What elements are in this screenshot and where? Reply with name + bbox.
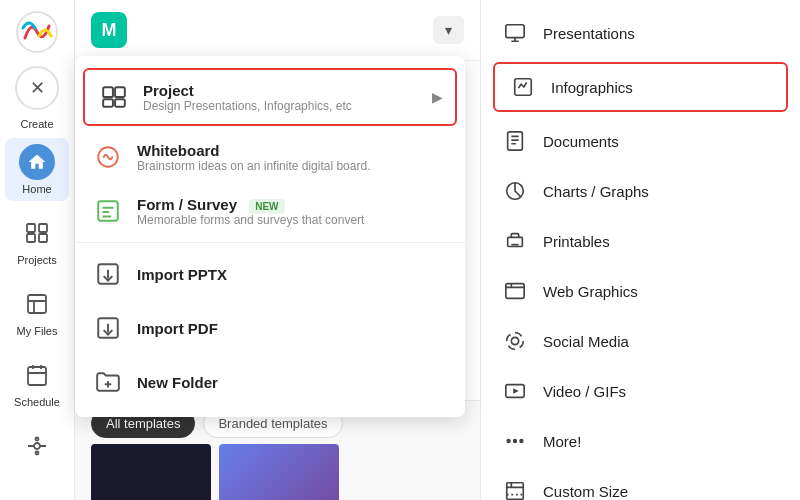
extra-icon (19, 428, 55, 464)
form-survey-icon (91, 194, 125, 228)
svg-rect-18 (506, 25, 524, 38)
svg-point-26 (507, 440, 510, 443)
template-previews (75, 438, 480, 500)
my-files-label: My Files (17, 325, 58, 337)
create-label: Create (20, 118, 53, 130)
svg-point-9 (36, 452, 39, 455)
svg-rect-29 (507, 483, 524, 500)
form-survey-title: Form / Survey NEW (137, 196, 364, 213)
sidebar-item-my-files[interactable]: My Files (5, 280, 69, 343)
whiteboard-subtitle: Brainstorm ideas on an infinite digital … (137, 159, 370, 173)
web-graphics-icon (501, 277, 529, 305)
svg-point-27 (514, 440, 517, 443)
svg-rect-11 (115, 87, 125, 97)
import-pdf-title: Import PDF (137, 320, 218, 337)
menu-item-form-survey[interactable]: Form / Survey NEW Memorable forms and su… (75, 184, 465, 238)
svg-rect-13 (115, 99, 125, 107)
sidebar-item-schedule[interactable]: Schedule (5, 351, 69, 414)
custom-size-icon (501, 477, 529, 500)
whiteboard-text: Whiteboard Brainstorm ideas on an infini… (137, 142, 370, 173)
import-pptx-icon (91, 257, 125, 291)
import-pdf-icon (91, 311, 125, 345)
documents-icon (501, 127, 529, 155)
svg-rect-20 (508, 132, 523, 150)
video-gifs-label: Video / GIFs (543, 383, 626, 400)
new-folder-text: New Folder (137, 374, 218, 391)
right-item-video-gifs[interactable]: Video / GIFs (481, 366, 800, 416)
svg-point-8 (36, 438, 39, 441)
right-panel: Presentations Infographics Documents (480, 0, 800, 500)
template-thumb-2[interactable] (219, 444, 339, 500)
printables-icon (501, 227, 529, 255)
form-survey-text: Form / Survey NEW Memorable forms and su… (137, 196, 364, 227)
infographics-label: Infographics (551, 79, 633, 96)
right-item-infographics[interactable]: Infographics (493, 62, 788, 112)
import-pptx-text: Import PPTX (137, 266, 227, 283)
schedule-label: Schedule (14, 396, 60, 408)
new-badge: NEW (249, 199, 284, 214)
import-pdf-text: Import PDF (137, 320, 218, 337)
projects-label: Projects (17, 254, 57, 266)
svg-rect-2 (39, 224, 47, 232)
right-item-more[interactable]: More! (481, 416, 800, 466)
more-label: More! (543, 433, 581, 450)
more-icon (501, 427, 529, 455)
svg-rect-12 (103, 99, 113, 107)
whiteboard-title: Whiteboard (137, 142, 370, 159)
right-item-web-graphics[interactable]: Web Graphics (481, 266, 800, 316)
sidebar-item-projects[interactable]: Projects (5, 209, 69, 272)
presentations-label: Presentations (543, 25, 635, 42)
sidebar-item-home[interactable]: Home (5, 138, 69, 201)
right-item-presentations[interactable]: Presentations (481, 8, 800, 58)
charts-graphs-icon (501, 177, 529, 205)
svg-rect-1 (27, 224, 35, 232)
schedule-icon (19, 357, 55, 393)
web-graphics-label: Web Graphics (543, 283, 638, 300)
infographics-icon (509, 73, 537, 101)
home-icon (19, 144, 55, 180)
custom-size-label: Custom Size (543, 483, 628, 500)
app-logo (15, 10, 59, 54)
right-item-custom-size[interactable]: Custom Size (481, 466, 800, 500)
printables-label: Printables (543, 233, 610, 250)
new-folder-title: New Folder (137, 374, 218, 391)
video-gifs-icon (501, 377, 529, 405)
svg-point-28 (520, 440, 523, 443)
dropdown-menu: Project Design Presentations, Infographi… (75, 56, 465, 417)
menu-item-new-folder[interactable]: New Folder (75, 355, 465, 409)
create-button[interactable]: ✕ (15, 66, 59, 110)
project-icon (97, 80, 131, 114)
menu-item-project[interactable]: Project Design Presentations, Infographi… (83, 68, 457, 126)
svg-point-24 (511, 337, 518, 344)
sidebar-item-extra[interactable] (5, 422, 69, 470)
svg-rect-3 (27, 234, 35, 242)
project-subtitle: Design Presentations, Infographics, etc (143, 99, 352, 113)
menu-divider-1 (75, 242, 465, 243)
charts-graphs-label: Charts / Graphs (543, 183, 649, 200)
chevron-button[interactable]: ▾ (433, 16, 464, 44)
svg-rect-15 (98, 201, 118, 221)
presentations-icon (501, 19, 529, 47)
project-arrow: ▶ (432, 89, 443, 105)
social-media-label: Social Media (543, 333, 629, 350)
header-bar: M ▾ (75, 0, 480, 61)
template-thumb-1[interactable] (91, 444, 211, 500)
whiteboard-icon (91, 140, 125, 174)
svg-rect-6 (28, 367, 46, 385)
m-badge: M (91, 12, 127, 48)
svg-rect-23 (506, 284, 524, 299)
form-survey-subtitle: Memorable forms and surveys that convert (137, 213, 364, 227)
menu-item-whiteboard[interactable]: Whiteboard Brainstorm ideas on an infini… (75, 130, 465, 184)
right-item-charts-graphs[interactable]: Charts / Graphs (481, 166, 800, 216)
menu-item-import-pptx[interactable]: Import PPTX (75, 247, 465, 301)
right-item-documents[interactable]: Documents (481, 116, 800, 166)
svg-rect-4 (39, 234, 47, 242)
svg-rect-10 (103, 87, 113, 97)
home-label: Home (22, 183, 51, 195)
menu-item-import-pdf[interactable]: Import PDF (75, 301, 465, 355)
right-item-printables[interactable]: Printables (481, 216, 800, 266)
projects-icon (19, 215, 55, 251)
svg-rect-5 (28, 295, 46, 313)
new-folder-icon (91, 365, 125, 399)
right-item-social-media[interactable]: Social Media (481, 316, 800, 366)
